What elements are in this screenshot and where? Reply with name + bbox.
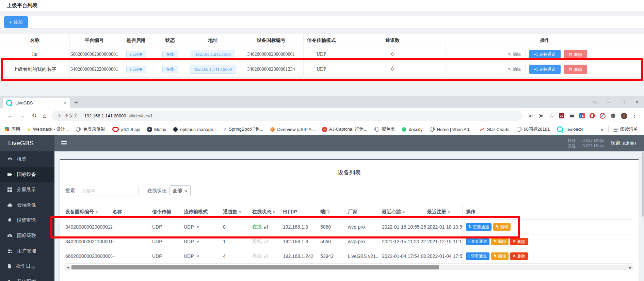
edit-device-button[interactable]: ✎ 编辑 bbox=[491, 252, 509, 260]
bookmarks-overflow-icon[interactable]: » bbox=[600, 127, 603, 132]
device-table-header: 设备国标编号 名称 信令传输 流传输模式 通道数 bbox=[65, 204, 633, 220]
js-extension-icon[interactable]: JS bbox=[559, 113, 564, 118]
close-icon[interactable]: ✕ bbox=[635, 99, 639, 105]
home-icon[interactable]: ⌂ bbox=[43, 112, 47, 119]
address-bar[interactable]: ⚠ 不安全 192.168.1.141:20000 /#/devices/1 bbox=[52, 111, 522, 121]
minimize-icon[interactable] bbox=[607, 102, 611, 102]
sidebar-item-gb-devices[interactable]: 国标设备 bbox=[0, 167, 54, 182]
aj-captcha-icon: G bbox=[322, 127, 327, 132]
puzzle-extensions-icon[interactable] bbox=[610, 113, 616, 119]
bookmark-optimus[interactable]: optimus-manage... bbox=[173, 127, 217, 132]
profile-avatar[interactable]: I bbox=[621, 113, 627, 119]
sidebar-item-cloud-recording[interactable]: 云端录像 bbox=[0, 197, 54, 213]
cell-vendor: wvp-pro bbox=[348, 239, 382, 244]
gauge-icon bbox=[7, 156, 13, 162]
delete-platform-button[interactable]: 删除 bbox=[564, 65, 587, 74]
bookmark-webstack[interactable]: ◈Webstack - 设计... bbox=[27, 126, 69, 132]
reading-list-button[interactable]: ▤ 阅读清单 bbox=[613, 126, 638, 132]
delete-device-button[interactable]: ✕ 删除 bbox=[510, 238, 528, 245]
edit-device-button[interactable]: ✎ 编辑 bbox=[491, 238, 509, 245]
bookmark-motrix[interactable]: Motrix bbox=[147, 127, 166, 132]
fe-extension-icon[interactable]: FE bbox=[579, 113, 585, 118]
scrollbar-thumb[interactable] bbox=[642, 152, 644, 217]
select-channel-button[interactable]: 选择通道 bbox=[529, 50, 561, 59]
blocker-extension-icon[interactable] bbox=[600, 113, 606, 119]
sidebar-item-gb-cascade[interactable]: 国标级联 bbox=[0, 228, 54, 243]
adblock-hand-extension-icon[interactable] bbox=[590, 113, 595, 118]
horizontal-scrollbar[interactable]: ◀ ▶ bbox=[65, 265, 633, 270]
cell-registered: 2022-01-04 17:53 bbox=[427, 253, 462, 259]
bookmark-docsify[interactable]: docsify bbox=[402, 127, 422, 132]
view-channels-button[interactable]: i 查看通道 bbox=[466, 252, 489, 260]
cell-signal-mode: UDP bbox=[304, 62, 339, 77]
bookmark-jsip-overview[interactable]: Overview (JSIP A... bbox=[270, 127, 315, 132]
welcome-user[interactable]: 欢迎, admin bbox=[611, 140, 636, 146]
app-logo[interactable]: LiveGBS bbox=[0, 135, 54, 151]
cell-stream-mode: UDP ▼ bbox=[184, 224, 223, 230]
delete-platform-button[interactable]: 删除 bbox=[564, 50, 587, 59]
warning-icon: ⚠ bbox=[57, 113, 62, 118]
sidebar-item-operation-log[interactable]: 操作日志 bbox=[0, 259, 54, 274]
bitrate-chart-icon[interactable] bbox=[264, 225, 268, 229]
sidebar-item-basic-config[interactable]: 基础配置 bbox=[0, 274, 54, 281]
pencil-icon: ✎ bbox=[494, 239, 497, 244]
stream-mode-dropdown[interactable]: UDP ▼ bbox=[184, 239, 199, 244]
col-header-heartbeat[interactable]: 最近心跳 bbox=[382, 209, 427, 215]
scroll-left-arrow[interactable]: ◀ bbox=[65, 265, 71, 270]
bookmark-copy-free[interactable]: 免登录复制 bbox=[76, 126, 105, 132]
back-icon[interactable]: ← bbox=[7, 112, 13, 119]
scroll-right-arrow[interactable]: ▶ bbox=[628, 265, 633, 270]
chevron-down-icon[interactable] bbox=[593, 99, 597, 104]
edit-platform-button[interactable]: ✎ 编辑 bbox=[503, 65, 526, 74]
forward-icon[interactable]: → bbox=[19, 112, 26, 119]
bookmark-star-icon[interactable]: ☆ bbox=[549, 112, 554, 119]
col-header-channels[interactable]: 通道数 bbox=[223, 209, 252, 215]
select-channel-button[interactable]: 选择通道 bbox=[529, 65, 561, 74]
view-channels-button[interactable]: i 查看通道 bbox=[466, 238, 489, 245]
bookmark-springboot[interactable]: »SpringBoot打包... bbox=[224, 126, 263, 132]
new-tab-button[interactable]: + bbox=[74, 99, 78, 106]
col-header-address: 地址 bbox=[187, 34, 239, 47]
sidebar-item-alarm-query[interactable]: 报警查询 bbox=[0, 213, 54, 228]
search-input[interactable] bbox=[78, 186, 139, 196]
update-channels-button[interactable]: ↻ 更新通道 bbox=[466, 223, 492, 231]
reload-icon[interactable]: ↻ bbox=[32, 112, 37, 119]
stream-mode-dropdown[interactable]: UDP ▼ bbox=[184, 224, 199, 230]
vertical-scrollbar[interactable] bbox=[641, 151, 644, 281]
tab-close-icon[interactable]: ✕ bbox=[63, 100, 67, 105]
caret-down-icon: ▼ bbox=[196, 254, 200, 258]
bookmark-livegbs[interactable]: LiveGBS bbox=[557, 126, 583, 132]
col-header-device-gb-id[interactable]: 设备国标编号 bbox=[65, 209, 112, 215]
col-header-registered[interactable]: 最近注册 bbox=[427, 209, 462, 215]
bookmark-jdk-api[interactable]: jdk1.8 api bbox=[112, 127, 140, 132]
sidebar-item-overview[interactable]: 概览 bbox=[0, 151, 54, 167]
edit-platform-button[interactable]: ✎ 编辑 bbox=[503, 50, 526, 59]
send-icon[interactable] bbox=[538, 113, 544, 119]
col-header-actions: 操作 bbox=[462, 204, 633, 219]
bookmark-aj-captcha[interactable]: GAJ-Captcha: 行为... bbox=[322, 126, 367, 132]
key-icon[interactable] bbox=[528, 113, 534, 119]
scrollbar-thumb[interactable] bbox=[71, 265, 439, 269]
cell-stream-mode: UDP ▼ bbox=[184, 239, 223, 244]
sidebar-item-split-screen[interactable]: 分屏展示 bbox=[0, 182, 54, 197]
bookmark-color-table[interactable]: 配色表 bbox=[374, 126, 395, 132]
cell-actions: ✎ 编辑 选择通道 删除 bbox=[446, 62, 644, 77]
hamburger-menu-icon[interactable] bbox=[61, 141, 67, 145]
cell-actions: ↻ 更新通道 ✎ 编辑 bbox=[462, 220, 633, 234]
delete-device-button[interactable]: ✕ 删除 bbox=[510, 252, 528, 260]
col-header-online-status[interactable]: 在线状态 bbox=[252, 209, 283, 215]
online-status-select[interactable]: 全部 ∨ bbox=[170, 185, 191, 196]
maximize-icon[interactable] bbox=[621, 100, 625, 104]
browser-menu-icon[interactable]: ⋮ bbox=[632, 113, 638, 119]
add-platform-button[interactable]: + 添加 bbox=[4, 16, 28, 28]
bookmark-star-charts[interactable]: Star Charts bbox=[480, 127, 510, 132]
edit-device-button[interactable]: ✎ 编辑 bbox=[493, 223, 511, 231]
bookmark-vben[interactable]: Home | Vben Ad... bbox=[430, 127, 473, 132]
bookmark-gb28181[interactable]: 66国标28181 bbox=[517, 126, 550, 132]
browser-tab-livegbs[interactable]: LiveGBS ✕ bbox=[3, 98, 70, 108]
stream-mode-dropdown[interactable]: UDP ▼ bbox=[184, 253, 199, 259]
col-header-port: 端口 bbox=[320, 209, 348, 215]
bookmark-apps[interactable]: 应用 bbox=[5, 126, 20, 132]
sidebar-item-user-management[interactable]: 用户管理 bbox=[0, 243, 54, 259]
incognito-extension-icon[interactable] bbox=[569, 113, 575, 118]
